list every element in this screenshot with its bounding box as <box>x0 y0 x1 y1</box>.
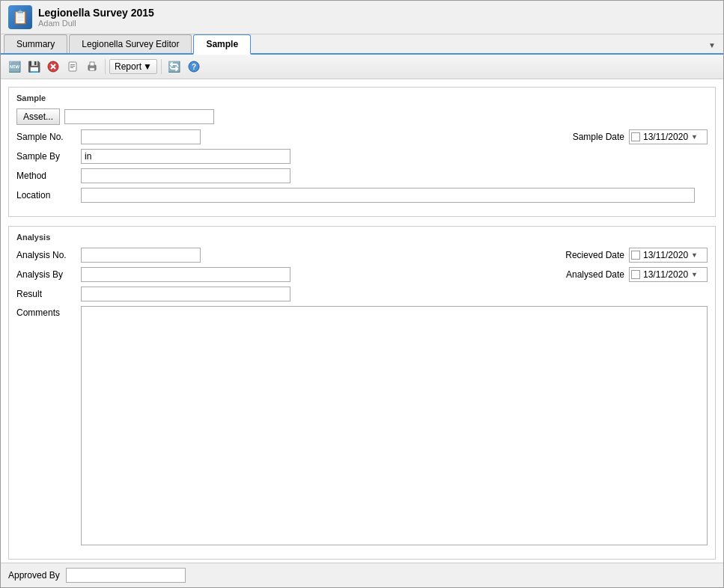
analysis-section-label: Analysis <box>16 233 708 242</box>
received-date-checkbox[interactable] <box>631 251 640 260</box>
app-icon: 📋 <box>8 5 32 29</box>
report-button[interactable]: Report ▼ <box>109 59 157 74</box>
toolbar-sep-1 <box>105 59 106 74</box>
method-row: Method <box>16 168 708 183</box>
window-title: Legionella Survey 2015 <box>38 7 154 19</box>
asset-input[interactable] <box>64 109 214 124</box>
save-button[interactable]: 💾 <box>25 58 43 76</box>
attach-button[interactable] <box>64 58 82 76</box>
help-icon: ? <box>188 61 200 73</box>
analysed-date-checkbox[interactable] <box>631 270 640 279</box>
refresh-icon: 🔄 <box>168 61 180 73</box>
help-button[interactable]: ? <box>185 58 203 76</box>
sample-no-label: Sample No. <box>16 132 76 142</box>
tab-dropdown-arrow[interactable]: ▼ <box>704 37 720 53</box>
sample-date-checkbox[interactable] <box>631 132 640 141</box>
svg-rect-8 <box>90 62 94 66</box>
tab-editor[interactable]: Legionella Survey Editor <box>69 34 192 53</box>
method-input[interactable] <box>81 168 290 183</box>
analysis-by-group: Analysis By <box>16 267 290 282</box>
sample-date-group: Sample Date 13/11/2020 ▼ <box>573 129 708 144</box>
sample-by-label: Sample By <box>16 151 76 162</box>
svg-rect-6 <box>70 67 73 68</box>
location-row: Location <box>16 188 708 203</box>
result-input[interactable] <box>81 287 290 301</box>
analysis-section: Analysis Analysis No. Recieved Date 13/1… <box>8 226 716 560</box>
analysis-no-group: Analysis No. <box>16 248 201 263</box>
sample-section-label: Sample <box>16 94 708 102</box>
approved-by-label: Approved By <box>8 570 60 581</box>
received-date-label: Recieved Date <box>565 250 624 260</box>
received-date-dropdown-icon[interactable]: ▼ <box>691 251 698 259</box>
svg-rect-9 <box>90 68 94 70</box>
sample-no-row: Sample No. Sample Date 13/11/2020 ▼ <box>16 129 708 144</box>
refresh-button[interactable]: 🔄 <box>165 58 183 76</box>
method-label: Method <box>16 171 76 181</box>
sample-date-label: Sample Date <box>573 132 624 142</box>
analysed-date-dropdown-icon[interactable]: ▼ <box>691 271 698 278</box>
analysis-by-label: Analysis By <box>16 269 76 280</box>
approved-by-input[interactable] <box>66 568 186 583</box>
sample-by-row: Sample By <box>16 149 708 164</box>
sample-no-input[interactable] <box>81 129 201 144</box>
analysed-date-label: Analysed Date <box>566 269 624 280</box>
report-label: Report <box>115 61 142 72</box>
analysed-date-value: 13/11/2020 <box>642 269 690 280</box>
received-date-group: Recieved Date 13/11/2020 ▼ <box>565 248 708 263</box>
analysis-by-row: Analysis By Analysed Date 13/11/2020 ▼ <box>16 267 708 282</box>
sample-date-dropdown-icon[interactable]: ▼ <box>691 133 698 141</box>
toolbar: 🆕 💾 <box>1 55 723 79</box>
print-button[interactable] <box>83 58 101 76</box>
tab-summary[interactable]: Summary <box>4 34 67 53</box>
new-icon: 🆕 <box>8 61 21 73</box>
analysed-date-field[interactable]: 13/11/2020 ▼ <box>629 267 708 282</box>
report-dropdown-icon: ▼ <box>143 61 152 72</box>
analysed-date-group: Analysed Date 13/11/2020 ▼ <box>566 267 708 282</box>
bottom-bar: Approved By <box>1 563 723 587</box>
location-label: Location <box>16 190 76 200</box>
toolbar-sep-2 <box>161 59 162 74</box>
analysis-no-input[interactable] <box>81 248 201 263</box>
print-icon <box>86 61 98 73</box>
received-date-field[interactable]: 13/11/2020 ▼ <box>629 248 708 263</box>
attach-icon <box>67 61 79 73</box>
sample-date-value: 13/11/2020 <box>642 132 690 142</box>
svg-rect-5 <box>70 66 75 67</box>
analysis-no-row: Analysis No. Recieved Date 13/11/2020 ▼ <box>16 248 708 263</box>
title-text: Legionella Survey 2015 Adam Dull <box>38 7 154 28</box>
analysis-by-input[interactable] <box>81 267 290 282</box>
new-button[interactable]: 🆕 <box>5 58 23 76</box>
content-area: Sample Asset... Sample No. Sample Date 1… <box>1 79 723 563</box>
comments-row: Comments <box>16 306 708 545</box>
asset-button[interactable]: Asset... <box>16 108 60 125</box>
sample-by-input[interactable] <box>81 149 290 164</box>
title-bar: 📋 Legionella Survey 2015 Adam Dull <box>1 1 723 34</box>
received-date-value: 13/11/2020 <box>642 250 690 260</box>
cancel-icon <box>47 61 59 73</box>
sample-section: Sample Asset... Sample No. Sample Date 1… <box>8 87 716 217</box>
main-window: 📋 Legionella Survey 2015 Adam Dull Summa… <box>0 0 724 588</box>
sample-no-group: Sample No. <box>16 129 201 144</box>
cancel-button[interactable] <box>44 58 62 76</box>
location-input[interactable] <box>81 188 695 203</box>
comments-label: Comments <box>16 306 76 318</box>
window-subtitle: Adam Dull <box>38 19 154 28</box>
result-label: Result <box>16 289 76 299</box>
asset-row: Asset... <box>16 108 708 125</box>
sample-date-field[interactable]: 13/11/2020 ▼ <box>629 129 708 144</box>
svg-text:?: ? <box>192 63 196 71</box>
comments-textarea[interactable] <box>81 306 708 545</box>
analysis-no-label: Analysis No. <box>16 250 76 260</box>
tab-bar: Summary Legionella Survey Editor Sample … <box>1 34 723 55</box>
tab-sample[interactable]: Sample <box>193 34 251 55</box>
save-icon: 💾 <box>28 61 40 73</box>
svg-rect-4 <box>70 64 75 65</box>
result-row: Result <box>16 287 708 301</box>
